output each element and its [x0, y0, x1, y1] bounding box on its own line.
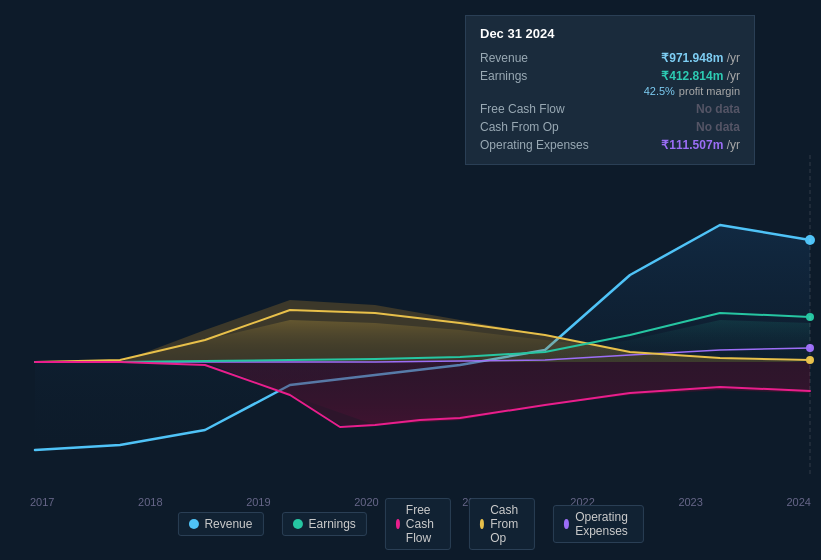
legend-revenue[interactable]: Revenue [177, 512, 263, 536]
chart-svg [0, 155, 821, 475]
tooltip-cashfromop-value: No data [696, 120, 740, 134]
tooltip-cashfromop-row: Cash From Op No data [480, 118, 740, 136]
x-label-2018: 2018 [138, 496, 162, 508]
tooltip-fcf-row: Free Cash Flow No data [480, 100, 740, 118]
x-label-2024: 2024 [786, 496, 810, 508]
legend-revenue-label: Revenue [204, 517, 252, 531]
legend-earnings-dot [292, 519, 302, 529]
tooltip-opex-row: Operating Expenses ₹111.507m /yr [480, 136, 740, 154]
legend-cashfromop[interactable]: Cash From Op [469, 498, 535, 550]
legend-cashfromop-dot [480, 519, 484, 529]
tooltip-date: Dec 31 2024 [480, 26, 740, 41]
legend-fcf-label: Free Cash Flow [406, 503, 440, 545]
tooltip-revenue-label: Revenue [480, 51, 600, 65]
legend-fcf[interactable]: Free Cash Flow [385, 498, 451, 550]
legend-fcf-dot [396, 519, 400, 529]
legend-opex-dot [564, 519, 569, 529]
data-tooltip: Dec 31 2024 Revenue ₹971.948m /yr Earnin… [465, 15, 755, 165]
tooltip-earnings-value: ₹412.814m /yr [661, 69, 740, 83]
tooltip-earnings-sub: 42.5%profit margin [480, 85, 740, 100]
tooltip-fcf-label: Free Cash Flow [480, 102, 600, 116]
legend-earnings-label: Earnings [308, 517, 355, 531]
legend-cashfromop-label: Cash From Op [490, 503, 524, 545]
tooltip-fcf-value: No data [696, 102, 740, 116]
legend-opex[interactable]: Operating Expenses [553, 505, 644, 543]
legend-earnings[interactable]: Earnings [281, 512, 366, 536]
tooltip-opex-value: ₹111.507m /yr [661, 138, 740, 152]
tooltip-cashfromop-label: Cash From Op [480, 120, 600, 134]
tooltip-revenue-row: Revenue ₹971.948m /yr [480, 49, 740, 67]
tooltip-opex-label: Operating Expenses [480, 138, 600, 152]
legend-revenue-dot [188, 519, 198, 529]
chart-legend: Revenue Earnings Free Cash Flow Cash Fro… [177, 498, 643, 550]
x-label-2023: 2023 [678, 496, 702, 508]
tooltip-earnings-label: Earnings [480, 69, 600, 83]
tooltip-revenue-value: ₹971.948m /yr [661, 51, 740, 65]
x-label-2017: 2017 [30, 496, 54, 508]
tooltip-earnings-row: Earnings ₹412.814m /yr [480, 67, 740, 85]
legend-opex-label: Operating Expenses [575, 510, 632, 538]
